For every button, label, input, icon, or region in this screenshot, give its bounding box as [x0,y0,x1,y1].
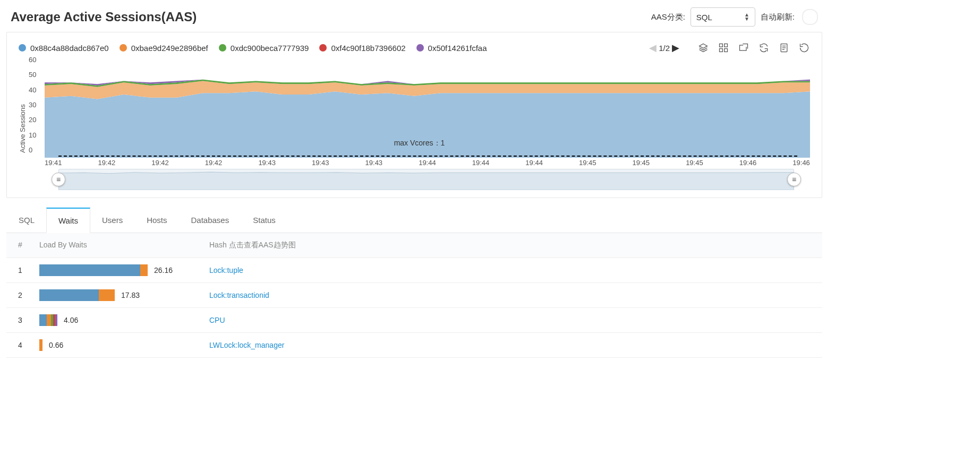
svg-marker-0 [700,44,708,48]
reset-zoom-icon[interactable] [758,42,770,54]
page-title: Average Active Sessions(AAS) [11,10,197,24]
x-tick: 19:46 [739,159,757,167]
pager-next-icon[interactable]: ▶ [672,43,679,53]
chart-plot[interactable]: 0102030405060max Vcores：1 [29,67,810,158]
y-tick: 30 [29,101,36,109]
legend-item[interactable]: 0xf4c90f18b7396602 [319,44,405,53]
hash-link[interactable]: LWLock:lock_manager [209,341,811,349]
table-header: #Load By WaitsHash 点击查看AAS趋势图 [6,233,822,258]
tabs: SQLWaitsUsersHostsDatabasesStatus [6,208,822,233]
legend-item[interactable]: 0x50f14261fcfaa [416,44,487,53]
y-tick: 10 [29,131,36,139]
zoom-slider[interactable]: ≡≡ [58,169,794,190]
category-select[interactable]: SQL▲▼ [691,7,755,27]
chevron-updown-icon: ▲▼ [744,13,749,21]
table-row: 217.83Lock:transactionid [6,283,822,308]
load-bar [39,289,115,301]
load-value: 4.06 [64,316,78,324]
x-tick: 19:44 [472,159,490,167]
auto-refresh-label: 自动刷新: [761,12,795,22]
tab-waits[interactable]: Waits [46,208,90,233]
load-bar [39,339,42,351]
col-index: # [18,241,39,250]
x-tick: 19:44 [419,159,436,167]
legend-swatch [19,44,26,52]
legend-swatch [219,44,226,52]
x-tick: 19:46 [792,159,810,167]
select-value: SQL [696,13,712,22]
zoom-sparkline [58,169,794,190]
tab-status[interactable]: Status [241,208,288,233]
hash-link[interactable]: Lock:transactionid [209,291,811,299]
auto-refresh-toggle[interactable] [802,9,818,25]
chart-panel: 0x88c4a88dadc867e00xbae9d249e2896bef0xdc… [6,32,822,198]
svg-rect-1 [720,44,723,47]
table-row: 34.06CPU [6,308,822,333]
category-label: AAS分类: [651,12,685,22]
x-tick: 19:41 [45,159,62,167]
col-load: Load By Waits [39,241,209,250]
pager-prev-icon[interactable]: ◀ [649,43,657,53]
y-tick: 50 [29,71,36,79]
reference-line [58,156,797,157]
legend-label: 0xbae9d249e2896bef [131,44,208,53]
row-index: 1 [18,266,39,274]
zoom-handle-left[interactable]: ≡ [52,173,65,186]
x-tick: 19:42 [151,159,169,167]
tab-users[interactable]: Users [90,208,135,233]
table-row: 40.66LWLock:lock_manager [6,333,822,358]
x-axis-labels: 19:4119:4219:4219:4219:4319:4319:4319:44… [45,159,810,167]
x-tick: 19:44 [525,159,543,167]
x-tick: 19:42 [205,159,223,167]
svg-rect-2 [725,44,728,47]
legend-swatch [120,44,127,52]
refresh-icon[interactable] [798,42,810,54]
load-bar [39,314,57,326]
svg-rect-4 [725,49,728,52]
x-tick: 19:43 [258,159,276,167]
legend-label: 0x88c4a88dadc867e0 [30,44,109,53]
legend-item[interactable]: 0x88c4a88dadc867e0 [19,44,109,53]
y-axis-label: Active Sessions [19,67,27,190]
x-tick: 19:42 [98,159,116,167]
tab-databases[interactable]: Databases [178,208,241,233]
chart-annotation: max Vcores：1 [394,139,445,148]
legend-swatch [319,44,327,52]
zoom-handle-right[interactable]: ≡ [787,173,801,186]
y-tick: 60 [29,56,36,64]
tab-sql[interactable]: SQL [6,208,47,233]
stack-icon[interactable] [697,42,709,54]
hash-link[interactable]: Lock:tuple [209,266,811,274]
legend-item[interactable]: 0xbae9d249e2896bef [120,44,208,53]
x-tick: 19:43 [312,159,329,167]
load-value: 26.16 [154,266,173,274]
legend-swatch [416,44,424,52]
hash-link[interactable]: CPU [209,316,811,324]
table-row: 126.16Lock:tuple [6,258,822,283]
load-value: 17.83 [121,291,140,299]
row-index: 4 [18,341,39,349]
legend-pager: ◀1/2▶ [649,43,679,53]
grid-icon[interactable] [718,42,729,54]
chart-toolbar [697,42,810,54]
data-view-icon[interactable] [778,42,790,54]
legend-label: 0xdc900beca7777939 [231,44,309,53]
y-tick: 20 [29,116,36,124]
x-tick: 19:43 [365,159,383,167]
legend-label: 0x50f14261fcfaa [428,44,487,53]
row-index: 2 [18,291,39,299]
col-hash: Hash 点击查看AAS趋势图 [209,241,811,250]
legend: 0x88c4a88dadc867e00xbae9d249e2896bef0xdc… [19,44,637,53]
y-tick: 0 [29,146,32,154]
x-tick: 19:45 [686,159,703,167]
legend-item[interactable]: 0xdc900beca7777939 [219,44,309,53]
zoom-in-icon[interactable] [738,42,749,54]
row-index: 3 [18,316,39,324]
header: Average Active Sessions(AAS)AAS分类:SQL▲▼自… [0,0,829,32]
tab-hosts[interactable]: Hosts [134,208,179,233]
y-tick: 40 [29,85,36,93]
load-value: 0.66 [49,341,63,349]
x-tick: 19:45 [633,159,650,167]
x-tick: 19:45 [579,159,596,167]
legend-label: 0xf4c90f18b7396602 [331,44,405,53]
